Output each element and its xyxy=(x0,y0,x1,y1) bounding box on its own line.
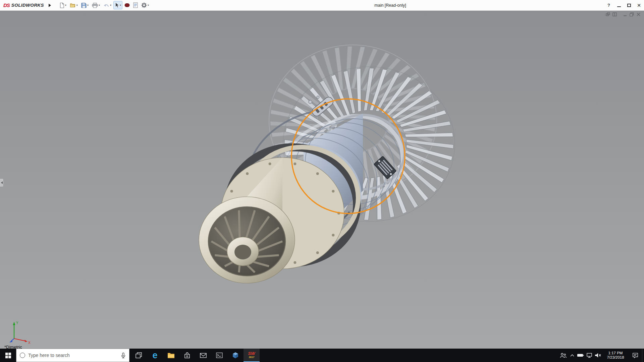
options-caret[interactable]: ▾ xyxy=(148,4,149,7)
new-document-button[interactable]: ▾ xyxy=(58,1,68,10)
people-icon xyxy=(559,352,567,358)
orientation-triad: Y X xyxy=(8,319,34,347)
tray-overflow-button[interactable] xyxy=(568,349,576,362)
print-caret[interactable]: ▾ xyxy=(99,4,100,7)
people-button[interactable] xyxy=(558,349,568,362)
open-button[interactable]: ▾ xyxy=(68,1,79,9)
doc-close-icon[interactable] xyxy=(636,12,641,16)
windows-logo-icon xyxy=(5,353,11,358)
open-caret[interactable]: ▾ xyxy=(76,4,78,7)
new-document-icon xyxy=(59,2,64,8)
select-button[interactable]: ▾ xyxy=(113,1,122,9)
taskbar-clock[interactable]: 1:17 PM 7/23/2018 xyxy=(602,349,629,362)
open-icon xyxy=(70,3,76,8)
sw-year-text: 2017 xyxy=(249,355,255,359)
cortana-icon[interactable] xyxy=(20,353,25,358)
print-icon xyxy=(92,3,98,8)
file-explorer-icon xyxy=(167,352,175,359)
app-logo: DS SOLIDWORKS xyxy=(0,2,47,8)
xpress-tools-button[interactable] xyxy=(123,2,131,9)
z-axis-arrow xyxy=(9,340,12,343)
taskbar-search[interactable] xyxy=(16,349,129,362)
quick-access-toolbar: ▾ ▾ ▾ ▾ ▾ ▾ ▾ xyxy=(58,1,150,10)
microphone-icon[interactable] xyxy=(121,352,126,359)
action-center-icon xyxy=(632,352,639,358)
menu-flyout-arrow-icon xyxy=(49,4,51,7)
close-button[interactable]: × xyxy=(634,0,644,10)
view-orientation-label: *Dimetric xyxy=(4,345,22,349)
volume-button[interactable] xyxy=(594,349,602,362)
select-caret[interactable]: ▾ xyxy=(120,4,121,7)
minimize-icon xyxy=(617,6,621,7)
command-prompt-button[interactable] xyxy=(211,349,227,362)
doc-restore-icon[interactable] xyxy=(630,12,634,16)
network-icon xyxy=(586,352,593,358)
undo-icon xyxy=(103,3,109,8)
cascade-windows-icon[interactable] xyxy=(606,12,610,16)
help-icon: ? xyxy=(607,3,610,8)
task-view-icon xyxy=(135,351,143,359)
menu-flyout-button[interactable] xyxy=(47,1,53,9)
undo-caret[interactable]: ▾ xyxy=(110,4,111,7)
taskbar-apps: e xyxy=(131,349,260,362)
battery-icon xyxy=(577,353,584,358)
new-caret[interactable]: ▾ xyxy=(65,4,66,7)
undo-button[interactable]: ▾ xyxy=(102,2,113,9)
taskbar: e xyxy=(0,349,644,362)
inner-hub-hole xyxy=(234,245,251,259)
window-title: main [Read-only] xyxy=(374,3,406,8)
mail-button[interactable] xyxy=(195,349,211,362)
save-icon xyxy=(81,3,87,8)
tile-windows-icon[interactable] xyxy=(612,12,617,16)
maximize-button[interactable] xyxy=(624,0,634,10)
ds-logo-icon: DS xyxy=(3,2,10,8)
clock-time: 1:17 PM xyxy=(608,351,623,356)
edge-icon: e xyxy=(152,351,157,360)
start-button[interactable] xyxy=(0,349,16,362)
search-input[interactable] xyxy=(28,353,118,358)
xpress-tools-icon xyxy=(124,3,130,7)
panel-arrow-icon xyxy=(1,181,3,184)
edge-button[interactable]: e xyxy=(147,349,163,362)
store-icon xyxy=(183,351,191,359)
options-button[interactable]: ▾ xyxy=(140,1,150,9)
mail-icon xyxy=(199,352,207,359)
file-explorer-button[interactable] xyxy=(163,349,179,362)
save-caret[interactable]: ▾ xyxy=(87,4,89,7)
clock-date: 7/23/2018 xyxy=(607,355,624,360)
command-prompt-icon xyxy=(215,352,223,359)
options-gear-icon xyxy=(141,2,147,8)
doc-minimize-icon[interactable] xyxy=(623,12,627,16)
cad-app-icon xyxy=(231,351,239,359)
engine-model[interactable] xyxy=(0,11,644,349)
select-cursor-icon xyxy=(115,2,119,8)
panel-expand-tab[interactable] xyxy=(0,178,4,187)
show-desktop-button[interactable] xyxy=(642,349,644,362)
close-icon: × xyxy=(637,2,641,8)
y-axis-label: Y xyxy=(16,321,18,325)
graphics-viewport[interactable]: Y X *Dimetric xyxy=(0,11,644,349)
store-button[interactable] xyxy=(179,349,195,362)
volume-muted-icon xyxy=(594,353,602,358)
action-center-button[interactable] xyxy=(629,349,642,362)
cad-app-button[interactable] xyxy=(227,349,244,362)
x-axis-label: X xyxy=(28,341,31,345)
bolt-detail-1 xyxy=(309,100,312,104)
y-axis-arrow xyxy=(13,322,15,325)
help-button[interactable]: ? xyxy=(604,0,614,10)
bolt-detail-2 xyxy=(317,96,319,99)
brand-name: SOLIDWORKS xyxy=(11,3,44,8)
x-axis-arrow xyxy=(24,340,28,342)
titlebar: DS SOLIDWORKS ▾ ▾ ▾ ▾ ▾ ▾ xyxy=(0,0,644,11)
solidworks-app-button[interactable]: SW 2017 xyxy=(244,349,260,362)
file-properties-icon xyxy=(133,2,138,8)
solidworks-2017-icon: SW 2017 xyxy=(248,352,255,359)
print-button[interactable]: ▾ xyxy=(91,1,101,9)
file-properties-button[interactable] xyxy=(132,1,139,9)
battery-button[interactable] xyxy=(576,349,585,362)
save-button[interactable]: ▾ xyxy=(80,1,90,9)
task-view-button[interactable] xyxy=(131,349,147,362)
network-button[interactable] xyxy=(585,349,594,362)
minimize-button[interactable] xyxy=(614,0,624,10)
chevron-up-icon xyxy=(570,354,575,357)
